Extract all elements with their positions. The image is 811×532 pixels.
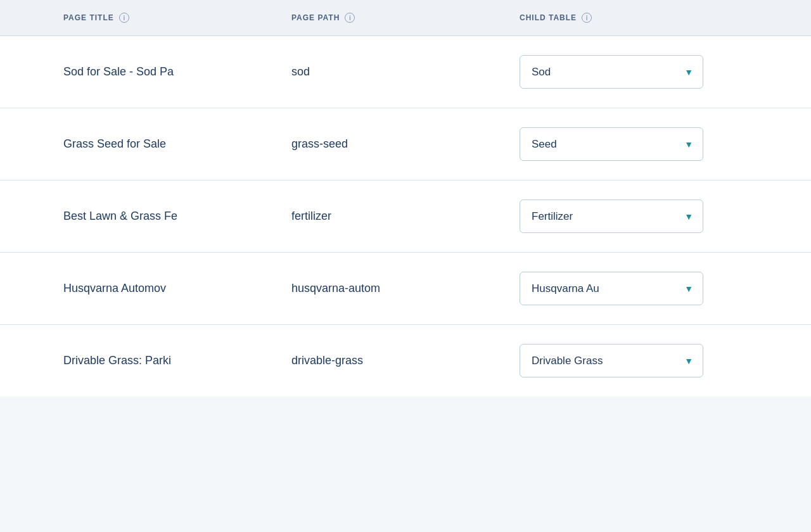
page-path-value: grass-seed [291, 137, 361, 150]
main-table: PAGE TITLE i PAGE PATH i CHILD TABLE i S… [0, 0, 811, 396]
header-page-path: PAGE PATH i [291, 13, 520, 23]
table-row: Best Lawn & Grass FefertilizerSodSeedFer… [0, 180, 811, 253]
page-title-info-icon[interactable]: i [119, 13, 129, 23]
table-row: Drivable Grass: Parkidrivable-grassSodSe… [0, 325, 811, 396]
table-row: Grass Seed for Salegrass-seedSodSeedFert… [0, 108, 811, 180]
page-path-label: PAGE PATH [291, 13, 340, 22]
page-title-value: Grass Seed for Sale [63, 137, 179, 150]
page-path-value: sod [291, 65, 322, 78]
page-title-cell: Drivable Grass: Parki [63, 354, 291, 367]
child-table-dropdown[interactable]: SodSeedFertilizerHusqvarna AuDrivable Gr… [520, 55, 703, 89]
child-table-dropdown[interactable]: SodSeedFertilizerHusqvarna AuDrivable Gr… [520, 127, 703, 161]
page-path-cell: drivable-grass [291, 354, 520, 367]
page-path-cell: sod [291, 65, 520, 79]
page-title-value: Husqvarna Automov [63, 282, 179, 294]
table-header: PAGE TITLE i PAGE PATH i CHILD TABLE i [0, 0, 811, 36]
page-path-cell: fertilizer [291, 210, 520, 223]
page-path-info-icon[interactable]: i [345, 13, 355, 23]
page-title-value: Best Lawn & Grass Fe [63, 210, 190, 222]
dropdown-wrapper: SodSeedFertilizerHusqvarna AuDrivable Gr… [520, 127, 703, 161]
page-path-value: husqvarna-autom [291, 282, 393, 294]
page-title-cell: Husqvarna Automov [63, 282, 291, 295]
page-path-cell: grass-seed [291, 137, 520, 151]
table-row: Husqvarna Automovhusqvarna-automSodSeedF… [0, 253, 811, 325]
dropdown-wrapper: SodSeedFertilizerHusqvarna AuDrivable Gr… [520, 55, 703, 89]
child-table-dropdown[interactable]: SodSeedFertilizerHusqvarna AuDrivable Gr… [520, 200, 703, 233]
page-title-cell: Grass Seed for Sale [63, 137, 291, 151]
child-table-cell: SodSeedFertilizerHusqvarna AuDrivable Gr… [520, 200, 748, 233]
child-table-cell: SodSeedFertilizerHusqvarna AuDrivable Gr… [520, 344, 748, 377]
dropdown-wrapper: SodSeedFertilizerHusqvarna AuDrivable Gr… [520, 344, 703, 377]
child-table-cell: SodSeedFertilizerHusqvarna AuDrivable Gr… [520, 127, 748, 161]
header-child-table: CHILD TABLE i [520, 13, 748, 23]
table-body: Sod for Sale - Sod PasodSodSeedFertilize… [0, 36, 811, 396]
child-table-dropdown[interactable]: SodSeedFertilizerHusqvarna AuDrivable Gr… [520, 272, 703, 305]
table-row: Sod for Sale - Sod PasodSodSeedFertilize… [0, 36, 811, 108]
page-title-value: Sod for Sale - Sod Pa [63, 65, 186, 78]
child-table-label: CHILD TABLE [520, 13, 577, 22]
child-table-cell: SodSeedFertilizerHusqvarna AuDrivable Gr… [520, 55, 748, 89]
child-table-info-icon[interactable]: i [582, 13, 592, 23]
page-path-cell: husqvarna-autom [291, 282, 520, 295]
page-title-label: PAGE TITLE [63, 13, 114, 22]
page-title-cell: Best Lawn & Grass Fe [63, 210, 291, 223]
child-table-cell: SodSeedFertilizerHusqvarna AuDrivable Gr… [520, 272, 748, 305]
page-title-value: Drivable Grass: Parki [63, 354, 184, 367]
page-path-value: fertilizer [291, 210, 344, 222]
child-table-dropdown[interactable]: SodSeedFertilizerHusqvarna AuDrivable Gr… [520, 344, 703, 377]
dropdown-wrapper: SodSeedFertilizerHusqvarna AuDrivable Gr… [520, 200, 703, 233]
page-title-cell: Sod for Sale - Sod Pa [63, 65, 291, 79]
dropdown-wrapper: SodSeedFertilizerHusqvarna AuDrivable Gr… [520, 272, 703, 305]
header-page-title: PAGE TITLE i [63, 13, 291, 23]
page-path-value: drivable-grass [291, 354, 376, 367]
